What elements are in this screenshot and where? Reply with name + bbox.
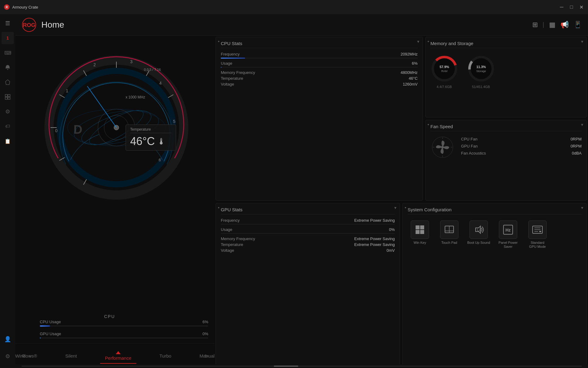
- minimize-button[interactable]: ─: [559, 4, 565, 10]
- sidebar-item-menu[interactable]: ☰: [2, 17, 14, 29]
- close-button[interactable]: ✕: [578, 4, 584, 10]
- fan-speed-title: Fan Speed: [431, 124, 453, 129]
- cpu-fan-label: CPU Fan: [461, 137, 477, 141]
- app-icon: R: [4, 4, 10, 10]
- svg-text:ROG: ROG: [23, 22, 35, 28]
- cpu-stats-title: CPU Stats: [221, 41, 242, 46]
- sidebar-bottom: 👤 ⚙: [2, 333, 14, 368]
- gpu-usage-fill: [40, 337, 41, 339]
- grid-icon[interactable]: ⊞: [532, 21, 538, 29]
- config-panel-power-saver[interactable]: Hz Panel Power Saver: [496, 220, 520, 249]
- svg-text:D: D: [74, 123, 82, 136]
- svg-text:6: 6: [159, 158, 161, 162]
- megaphone-icon[interactable]: 📢: [560, 21, 569, 29]
- fan-acoustics-row: Fan Acoustics 0dBA: [461, 151, 582, 155]
- svg-text:3: 3: [130, 59, 133, 64]
- gpu-voltage-row: Voltage 0mV: [221, 248, 395, 253]
- cpu-stats-panel: ● CPU Stats ▼ Frequency 2092MHz Usage 6%: [216, 37, 423, 201]
- temperature-popup: Temperature 46°C 🌡: [126, 125, 176, 151]
- sidebar-item-home[interactable]: 1: [2, 32, 14, 44]
- cpu-freq-bar: [221, 58, 418, 59]
- sidebar-item-aura[interactable]: [2, 76, 14, 88]
- gpu-usage-stat-value: 0%: [389, 227, 395, 232]
- cpu-usage-value: 6%: [202, 320, 208, 324]
- device-icon[interactable]: 📱: [574, 21, 582, 29]
- svg-point-39: [436, 60, 453, 77]
- scrollbar-thumb[interactable]: [274, 366, 298, 367]
- tab-turbo[interactable]: Turbo: [155, 351, 176, 361]
- config-win-key[interactable]: Win Key: [408, 220, 432, 249]
- bottom-scrollbar[interactable]: [15, 364, 588, 368]
- config-touch-pad[interactable]: Touch Pad: [437, 220, 462, 249]
- sidebar-item-notifications[interactable]: [2, 61, 14, 74]
- cpu-usage-stat-bar-fill: [221, 67, 233, 68]
- gpu-stats-header: GPU Stats: [221, 207, 395, 214]
- maximize-button[interactable]: □: [568, 4, 575, 10]
- fan-panel-corner: ▼: [580, 123, 584, 127]
- svg-rect-2: [5, 94, 7, 97]
- gpu-freq-bar-fill: [221, 224, 222, 225]
- svg-text:RAM: RAM: [441, 70, 447, 73]
- svg-text:57.9%: 57.9%: [439, 65, 449, 69]
- win-key-label: Win Key: [414, 241, 426, 245]
- top-row: ● CPU Stats ▼ Frequency 2092MHz Usage 6%: [214, 36, 588, 202]
- config-gpu-mode[interactable]: StandardGPU Mode: [525, 220, 550, 249]
- svg-text:0.0.5 / 7.16: 0.0.5 / 7.16: [144, 68, 161, 71]
- cpu-freq-value: 2092MHz: [401, 52, 418, 56]
- sidebar-item-tools[interactable]: ⚙: [2, 105, 14, 118]
- fan-icon-container: [431, 135, 455, 159]
- gpu-mode-icon-box: [528, 220, 547, 239]
- gpu-temp-label: Temperature: [221, 242, 243, 247]
- sidebar-item-deals[interactable]: 🏷: [2, 120, 14, 132]
- boot-sound-icon: [473, 224, 484, 235]
- memory-gauges: 57.9% RAM 4.4/7.6GB: [431, 52, 582, 89]
- storage-amount: 51/451.4GB: [472, 85, 490, 89]
- gpu-freq-label: Frequency: [221, 218, 239, 223]
- tab-performance[interactable]: Performance: [100, 349, 136, 363]
- config-icons-grid: Win Key Touch Pad: [408, 218, 582, 249]
- sidebar-item-user[interactable]: 👤: [2, 333, 14, 345]
- svg-rect-56: [416, 230, 420, 234]
- gpu-usage-stat-label: Usage: [221, 227, 232, 232]
- gpu-freq-bar: [221, 224, 395, 225]
- sidebar-item-system[interactable]: 📋: [2, 135, 14, 147]
- sidebar-item-scenarios[interactable]: [2, 91, 14, 103]
- title-bar: R Armoury Crate ─ □ ✕: [0, 0, 588, 14]
- boot-sound-icon-box: [469, 220, 488, 239]
- svg-text:1: 1: [66, 88, 68, 93]
- gpu-usage-label: GPU Usage: [40, 332, 61, 336]
- gpu-panel-corner: ▼: [394, 206, 397, 210]
- cpu-usage-bar: [40, 325, 208, 327]
- config-boot-sound[interactable]: Boot Up Sound: [466, 220, 491, 249]
- panel-power-saver-icon: Hz: [503, 224, 514, 235]
- svg-rect-3: [8, 94, 10, 97]
- svg-rect-5: [8, 97, 10, 99]
- refresh-icon[interactable]: ↻: [205, 354, 208, 358]
- cpu-voltage-label: Voltage: [221, 82, 234, 86]
- cpu-stats-header: CPU Stats: [221, 41, 418, 48]
- app-title: Armoury Crate: [12, 5, 38, 10]
- gpu-usage-row: GPU Usage 0%: [40, 332, 208, 339]
- page-title: Home: [41, 20, 64, 30]
- svg-point-45: [473, 60, 490, 77]
- sidebar-item-keyboard[interactable]: ⌨: [2, 47, 14, 59]
- right-column: ● Memory and Storage ▼: [424, 36, 588, 202]
- svg-text:Storage: Storage: [476, 70, 486, 73]
- touch-pad-icon: [444, 224, 455, 235]
- memory-storage-title: Memory and Storage: [431, 41, 473, 46]
- cpu-usage-label: CPU Usage: [40, 320, 61, 324]
- fan-stats: CPU Fan 0RPM GPU Fan 0RPM Fan Acoustics …: [461, 137, 582, 158]
- cpu-voltage-row: Voltage 1260mV: [221, 82, 418, 86]
- tab-silent[interactable]: Silent: [60, 351, 82, 361]
- gpu-usage-value: 0%: [202, 332, 208, 336]
- sys-config-header: System Configuration: [408, 207, 582, 214]
- sidebar-item-settings[interactable]: ⚙: [2, 350, 14, 362]
- temp-popup-title: Temperature: [130, 127, 172, 133]
- dashboard-icon[interactable]: ▦: [549, 21, 556, 29]
- svg-text:11.3%: 11.3%: [476, 65, 486, 69]
- scrollbar-track[interactable]: [21, 366, 582, 367]
- cpu-usage-stat-row: Usage 6%: [221, 61, 418, 66]
- win-key-icon: [414, 224, 425, 235]
- ram-gauge: 57.9% RAM 4.4/7.6GB: [431, 55, 458, 89]
- gpu-mem-freq-row: Memory Frequency Extreme Power Saving: [221, 236, 395, 241]
